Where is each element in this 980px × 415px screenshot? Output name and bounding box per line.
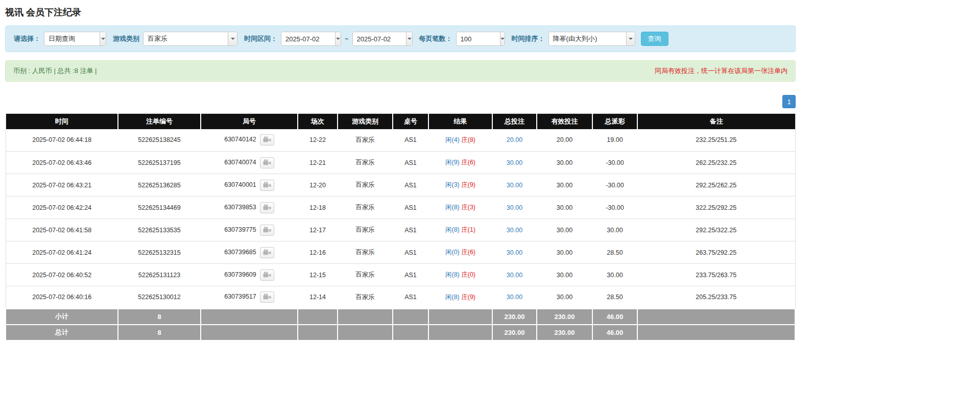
cell-remark: 233.75/263.75 xyxy=(637,264,795,286)
date-from-combobox[interactable] xyxy=(281,32,341,46)
result-banker: 庄(9) xyxy=(461,294,475,301)
video-replay-button[interactable] xyxy=(260,157,274,168)
cell-result: 闲(8) 庄(0) xyxy=(428,264,492,286)
cell-round: 630739775 xyxy=(201,219,298,241)
date-from-input[interactable] xyxy=(281,32,335,45)
video-camera-icon xyxy=(263,204,271,211)
cell-round: 630739685 xyxy=(201,241,298,264)
result-player: 闲(3) xyxy=(445,181,460,188)
cell-result: 闲(3) 庄(9) xyxy=(428,174,492,197)
video-replay-button[interactable] xyxy=(260,134,274,145)
query-type-input[interactable] xyxy=(44,32,100,45)
cell-remark: 292.25/262.25 xyxy=(637,174,795,197)
cell-round: 630739609 xyxy=(201,264,298,286)
time-sort-combobox[interactable] xyxy=(548,32,635,46)
cell-game-type: 百家乐 xyxy=(338,264,393,286)
header-result: 结果 xyxy=(428,114,492,129)
cell-valid-bet: 30.00 xyxy=(537,219,592,241)
video-camera-icon xyxy=(263,159,271,166)
cell-total-bet: 30.00 xyxy=(492,174,537,197)
cell-result: 闲(8) 庄(9) xyxy=(428,286,492,309)
cell-bet-id: 522625130012 xyxy=(118,286,201,309)
total-bet-link[interactable]: 30.00 xyxy=(507,249,522,256)
table-row: 2025-07-02 06:41:58 522625133535 6307397… xyxy=(6,219,795,241)
video-replay-button[interactable] xyxy=(260,180,274,191)
cell-game-type: 百家乐 xyxy=(338,219,393,241)
video-replay-button[interactable] xyxy=(260,291,274,303)
subtotal-count: 8 xyxy=(118,309,201,325)
chevron-down-icon[interactable] xyxy=(228,32,237,45)
total-bet-link[interactable]: 30.00 xyxy=(507,204,522,211)
grand-total-row: 总计 8 230.00 230.00 46.00 xyxy=(6,325,795,340)
total-bet-link[interactable]: 30.00 xyxy=(507,294,522,301)
chevron-down-icon[interactable] xyxy=(500,32,505,45)
cell-result: 闲(8) 庄(1) xyxy=(428,219,492,241)
total-bet-link[interactable]: 30.00 xyxy=(507,227,522,234)
total-bet-link[interactable]: 30.00 xyxy=(507,182,522,189)
cell-session: 12-15 xyxy=(298,264,338,286)
video-replay-button[interactable] xyxy=(260,225,274,236)
cell-total-bet: 30.00 xyxy=(492,264,537,286)
page-size-input[interactable] xyxy=(457,32,500,45)
page-size-label: 每页笔数： xyxy=(419,34,452,43)
game-type-input[interactable] xyxy=(144,32,228,45)
video-replay-button[interactable] xyxy=(260,270,274,281)
cell-session: 12-21 xyxy=(298,152,338,174)
total-payout: 46.00 xyxy=(592,325,637,340)
date-to-input[interactable] xyxy=(353,32,407,45)
cell-game-type: 百家乐 xyxy=(338,129,393,152)
result-banker: 庄(6) xyxy=(461,249,475,256)
video-replay-button[interactable] xyxy=(260,247,274,258)
table-body: 2025-07-02 06:44:18 522625138245 6307401… xyxy=(6,129,795,309)
cell-total-bet: 30.00 xyxy=(492,219,537,241)
page-title: 视讯 会员下注纪录 xyxy=(5,6,796,18)
header-round: 局号 xyxy=(201,114,298,129)
cell-valid-bet: 30.00 xyxy=(537,152,592,174)
query-type-combobox[interactable] xyxy=(44,32,106,46)
cell-time: 2025-07-02 06:44:18 xyxy=(6,129,118,152)
cell-valid-bet: 30.00 xyxy=(537,264,592,286)
cell-table: AS1 xyxy=(393,197,428,219)
total-count: 8 xyxy=(118,325,201,340)
page-size-combobox[interactable] xyxy=(456,32,505,46)
time-sort-input[interactable] xyxy=(549,32,627,45)
cell-valid-bet: 30.00 xyxy=(537,197,592,219)
cell-bet-id: 522625137195 xyxy=(118,152,201,174)
round-number: 630739775 xyxy=(224,226,256,233)
header-remark: 备注 xyxy=(637,114,795,129)
cell-bet-id: 522625136285 xyxy=(118,174,201,197)
video-replay-button[interactable] xyxy=(260,202,274,213)
page-container: 视讯 会员下注纪录 请选择： 游戏类别 时间区间： ~ 每页笔数： 时间排序： xyxy=(5,0,796,341)
summary-bar: 币别 : 人民币 | 总共 :8 注单 | 同局有效投注，统一计算在该局第一张注… xyxy=(5,60,796,82)
chevron-down-icon[interactable] xyxy=(626,32,634,45)
date-range-separator: ~ xyxy=(345,35,349,43)
round-number: 630740001 xyxy=(224,181,256,188)
chevron-down-icon[interactable] xyxy=(100,32,106,45)
cell-round: 630740142 xyxy=(201,129,298,152)
cell-total-bet: 30.00 xyxy=(492,241,537,264)
time-sort-label: 时间排序： xyxy=(512,34,545,43)
page-number-button[interactable]: 1 xyxy=(782,95,796,108)
search-button[interactable]: 查询 xyxy=(641,32,668,46)
cell-session: 12-14 xyxy=(298,286,338,309)
result-player: 闲(8) xyxy=(445,204,460,211)
cell-session: 12-18 xyxy=(298,197,338,219)
round-number: 630740074 xyxy=(224,159,256,166)
header-valid-bet: 有效投注 xyxy=(537,114,592,129)
table-row: 2025-07-02 06:41:24 522625132315 6307396… xyxy=(6,241,795,264)
total-bet-link[interactable]: 30.00 xyxy=(507,159,522,166)
cell-round: 630739853 xyxy=(201,197,298,219)
total-bet-link[interactable]: 30.00 xyxy=(507,272,522,279)
chevron-down-icon[interactable] xyxy=(335,32,341,45)
result-banker: 庄(8) xyxy=(461,136,475,143)
cell-result: 闲(8) 庄(3) xyxy=(428,197,492,219)
filter-bar: 请选择： 游戏类别 时间区间： ~ 每页笔数： 时间排序： xyxy=(5,26,796,52)
total-bet-link[interactable]: 20.00 xyxy=(507,136,522,143)
date-to-combobox[interactable] xyxy=(352,32,413,46)
game-type-combobox[interactable] xyxy=(143,32,237,46)
table-row: 2025-07-02 06:40:16 522625130012 6307395… xyxy=(6,286,795,309)
cell-table: AS1 xyxy=(393,286,428,309)
cell-payout: 30.00 xyxy=(592,219,637,241)
chevron-down-icon[interactable] xyxy=(406,32,412,45)
cell-table: AS1 xyxy=(393,264,428,286)
